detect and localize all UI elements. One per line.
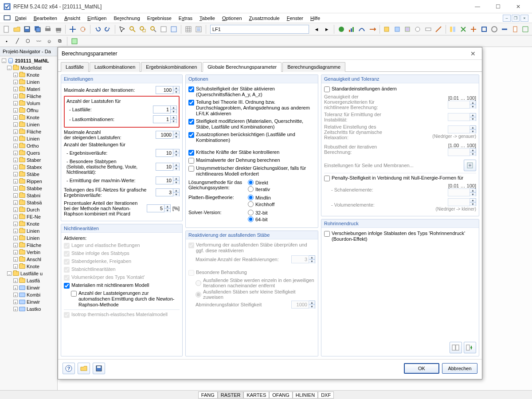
opt-unsym-checkbox[interactable] <box>188 166 194 172</box>
menu-einfuegen[interactable]: Einfügen <box>85 15 109 22</box>
plate-mindlin-radio[interactable] <box>248 195 254 200</box>
status-ofang[interactable]: OFANG <box>269 391 293 399</box>
edit-a-icon[interactable] <box>70 36 79 46</box>
tree-item[interactable]: +Stäbe <box>1 171 56 178</box>
tree-item[interactable]: +Knote <box>1 114 56 121</box>
tree-item[interactable]: +Stabsä <box>1 199 56 206</box>
nonlin-matmodel-checkbox[interactable] <box>64 283 70 289</box>
minimize-button[interactable]: — <box>467 0 488 13</box>
printerlist-icon[interactable] <box>54 24 63 34</box>
mode-dot-icon[interactable]: • <box>2 36 12 46</box>
div-special-spinner[interactable]: ▲▼ <box>156 163 180 171</box>
tab-global[interactable]: Globale Berechnungsparameter <box>203 62 282 72</box>
tab-ergebniskombinationen[interactable]: Ergebniskombinationen <box>141 62 202 72</box>
tree-item[interactable]: +Rippen <box>1 178 56 185</box>
tree-item[interactable]: +Ortho <box>1 142 56 149</box>
tree-item[interactable]: +Fläche <box>1 128 56 135</box>
menu-zusatzmodule[interactable]: Zusatzmodule <box>246 15 282 22</box>
details-button[interactable] <box>464 342 476 353</box>
max-iter-spinner[interactable]: ▲▼ <box>156 86 180 94</box>
cable-settings-button[interactable] <box>464 160 476 171</box>
units-button[interactable] <box>450 342 462 353</box>
tool-n[interactable] <box>521 24 530 34</box>
fe-mesh-spinner[interactable]: ▲▼ <box>156 188 180 196</box>
tree-item[interactable]: +Volum <box>1 100 56 107</box>
rotate-icon[interactable] <box>78 24 88 34</box>
div-results-spinner[interactable]: ▲▼ <box>156 149 180 157</box>
mode-curve-icon[interactable]: 〰 <box>34 36 43 46</box>
tree-item[interactable]: +Knote <box>1 263 56 270</box>
tree-item[interactable]: +Knote <box>1 220 56 227</box>
open-icon[interactable] <box>12 24 21 34</box>
tree-item[interactable]: +Fläche <box>1 242 56 249</box>
view2-icon[interactable] <box>169 24 179 34</box>
tree-item[interactable]: +Quers <box>1 149 56 156</box>
undo-icon[interactable] <box>93 24 102 34</box>
tree-item[interactable]: +Fläche <box>1 93 56 100</box>
tables-icon[interactable] <box>184 24 193 34</box>
forces-icon[interactable] <box>368 24 377 34</box>
tree-item[interactable]: +Stabex <box>1 164 56 171</box>
tree-item[interactable]: +Linien <box>1 235 56 242</box>
tool-c[interactable] <box>403 24 412 34</box>
redo-icon[interactable] <box>103 24 112 34</box>
menu-tabelle[interactable]: Tabelle <box>197 15 218 22</box>
menu-hilfe[interactable]: Hilfe <box>308 15 323 22</box>
tool-b[interactable] <box>392 24 402 34</box>
tool-g[interactable] <box>448 24 458 34</box>
prec-change-checkbox[interactable] <box>324 86 330 92</box>
save-params-button[interactable] <box>93 363 105 374</box>
menu-berechnung[interactable]: Berechnung <box>111 15 142 22</box>
mode-line-icon[interactable]: ╱ <box>12 36 22 46</box>
help-button[interactable]: ? <box>63 363 75 374</box>
next-lf-icon[interactable]: ► <box>322 24 332 34</box>
opt-maxstrain-checkbox[interactable] <box>188 158 194 164</box>
mdi-minimize-button[interactable]: – <box>503 15 511 22</box>
solver-64-radio[interactable] <box>248 216 254 222</box>
opt-critical-checkbox[interactable] <box>188 150 194 156</box>
menu-ansicht[interactable]: Ansicht <box>62 15 83 22</box>
menu-bearbeiten[interactable]: Bearbeiten <box>31 15 60 22</box>
tree-item[interactable]: +Einwir <box>1 284 56 291</box>
loadsteps-lk-spinner[interactable]: ▲▼ <box>153 115 177 123</box>
deform-icon[interactable] <box>357 24 367 34</box>
ok-button[interactable]: OK <box>404 363 439 374</box>
tab-lastkombinationen[interactable]: Lastkombinationen <box>90 62 140 72</box>
tree-item[interactable]: +Materi <box>1 86 56 93</box>
tool-l[interactable] <box>500 24 509 34</box>
navigator-icon[interactable] <box>194 24 203 34</box>
zoom-icon[interactable] <box>128 24 137 34</box>
menu-ergebnisse[interactable]: Ergebnisse <box>145 15 174 22</box>
pan-icon[interactable] <box>68 24 77 34</box>
opt-modify-checkbox[interactable] <box>188 119 194 125</box>
loadsteps-lf-spinner[interactable]: ▲▼ <box>153 106 177 113</box>
tool-e[interactable] <box>423 24 433 34</box>
tool-k[interactable] <box>489 24 499 34</box>
percent-spinner[interactable]: ▲▼ <box>147 204 171 212</box>
tool-i[interactable] <box>469 24 478 34</box>
tree-item[interactable]: +Kombi <box>1 291 56 298</box>
new-icon[interactable] <box>2 24 11 34</box>
tree-item[interactable]: +FE-Ne <box>1 213 56 220</box>
opt-extra-checkbox[interactable] <box>188 132 194 138</box>
status-raster[interactable]: RASTER <box>218 391 244 399</box>
div-maxmin-spinner[interactable]: ▲▼ <box>156 176 180 184</box>
tree-item[interactable]: +Linien <box>1 78 56 86</box>
penalty-checkbox[interactable] <box>324 176 330 181</box>
plate-kirchhoff-radio[interactable] <box>248 201 254 207</box>
tree-item[interactable]: +Durch <box>1 206 56 213</box>
nonlin-auto-newton-checkbox[interactable] <box>71 291 77 297</box>
tool-a[interactable] <box>382 24 391 34</box>
menu-extras[interactable]: Extras <box>176 15 195 22</box>
navigator-tree[interactable]: −210111_MatNL −Modelldat +Knote+Linien+M… <box>0 56 57 395</box>
tree-item[interactable]: +Linien <box>1 121 56 128</box>
tree-item[interactable]: +Linien <box>1 227 56 235</box>
menu-fenster[interactable]: Fenster <box>284 15 306 22</box>
maximize-button[interactable]: ☐ <box>488 0 508 13</box>
tree-item[interactable]: +Einwir <box>1 298 56 305</box>
pipe-checkbox[interactable] <box>324 231 330 237</box>
calc-icon[interactable] <box>336 24 346 34</box>
tree-item[interactable]: +Stabbe <box>1 185 56 192</box>
zoomwin-icon[interactable] <box>138 24 148 34</box>
tab-lastfaelle[interactable]: Lastfälle <box>61 62 89 72</box>
